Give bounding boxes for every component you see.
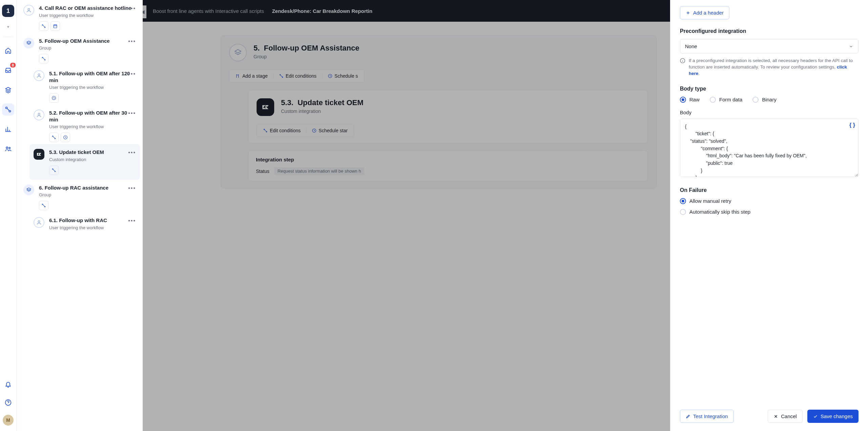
- canvas-scrim: [143, 0, 670, 431]
- preconfigured-integration-label: Preconfigured integration: [680, 28, 859, 34]
- panel-footer: Test Integration Cancel Save changes: [680, 400, 859, 423]
- avatar[interactable]: M: [3, 415, 14, 426]
- clock-chip[interactable]: [49, 93, 59, 103]
- step-subtitle: Group: [39, 192, 136, 197]
- workflow-sidebar: 4. Call RAC or OEM assistance hotline Us…: [17, 0, 143, 431]
- body-type-binary[interactable]: Binary: [752, 97, 776, 103]
- add-header-button[interactable]: Add a header: [680, 6, 729, 19]
- step-more-icon[interactable]: •••: [128, 71, 136, 77]
- branch-chip[interactable]: [39, 201, 48, 210]
- nav-layers[interactable]: [2, 84, 14, 96]
- body-label: Body: [680, 110, 859, 115]
- save-changes-button[interactable]: Save changes: [807, 410, 859, 423]
- step-subtitle: Group: [39, 45, 136, 51]
- branch-chip[interactable]: [39, 21, 48, 31]
- user-step-icon: [34, 217, 44, 228]
- step-more-icon[interactable]: •••: [128, 150, 136, 156]
- svg-point-2: [6, 147, 8, 149]
- body-type-group: Raw Form data Binary: [680, 97, 859, 103]
- body-type-raw[interactable]: Raw: [680, 97, 700, 103]
- step-subtitle: User triggering the workflow: [49, 225, 136, 230]
- branch-chip[interactable]: [49, 133, 59, 142]
- step-item-5-2[interactable]: 5.2. Follow-up with OEM after 30 min Use…: [34, 105, 136, 144]
- preconfigured-info: If a preconfigured integration is select…: [680, 58, 859, 77]
- rail-separator: [3, 37, 13, 37]
- nav-help[interactable]: [2, 396, 14, 409]
- svg-point-3: [9, 147, 10, 149]
- step-item-6-1[interactable]: 6.1. Follow-up with RAC User triggering …: [34, 212, 136, 232]
- user-step-icon: [34, 110, 44, 120]
- step-title: 5.3. Update ticket OEM: [49, 149, 136, 156]
- step-subtitle: User triggering the workflow: [49, 124, 136, 129]
- cancel-button[interactable]: Cancel: [768, 410, 803, 423]
- step-more-icon[interactable]: •••: [128, 218, 136, 224]
- step-more-icon[interactable]: •••: [128, 5, 136, 12]
- branch-chip[interactable]: [49, 165, 59, 175]
- step-item-5-1[interactable]: 5.1. Follow-up with OEM after 120 min Us…: [34, 65, 136, 105]
- step-item-5[interactable]: 5. Follow-up OEM Assistance Group •••: [23, 33, 136, 66]
- step-subtitle: User triggering the workflow: [39, 13, 136, 18]
- svg-rect-8: [54, 24, 57, 27]
- body-textarea[interactable]: [680, 119, 859, 177]
- svg-point-5: [28, 8, 29, 10]
- layers-icon: [5, 86, 12, 93]
- nav-notifications[interactable]: [2, 378, 14, 390]
- bell-icon: [5, 381, 12, 388]
- inbox-badge: 8: [10, 63, 16, 67]
- nav-workflows[interactable]: [2, 103, 14, 116]
- workspace-logo[interactable]: 1: [2, 5, 14, 17]
- step-title: 5.1. Follow-up with OEM after 120 min: [49, 70, 136, 83]
- nav-team[interactable]: [2, 143, 14, 155]
- pencil-icon: [686, 414, 690, 419]
- step-subtitle: User triggering the workflow: [49, 85, 136, 90]
- analytics-icon: [5, 126, 12, 133]
- body-type-form[interactable]: Form data: [710, 97, 742, 103]
- test-integration-button[interactable]: Test Integration: [680, 410, 734, 423]
- svg-point-11: [38, 74, 40, 76]
- calendar-chip[interactable]: [51, 21, 60, 31]
- step-title: 5.2. Follow-up with OEM after 30 min: [49, 110, 136, 123]
- step-subtitle: Custom integration: [49, 157, 136, 162]
- insert-placeholder-button[interactable]: { }: [849, 122, 855, 128]
- user-step-icon: [34, 70, 44, 81]
- step-more-icon[interactable]: •••: [128, 185, 136, 191]
- step-item-6[interactable]: 6. Follow-up RAC assistance Group •••: [23, 180, 136, 213]
- body-type-label: Body type: [680, 86, 859, 92]
- app-rail: 1 ▾ 8 M: [0, 0, 17, 431]
- svg-point-21: [38, 221, 40, 222]
- step-item-5-3[interactable]: 5.3. Update ticket OEM Custom integratio…: [29, 144, 140, 180]
- select-value: None: [685, 43, 697, 49]
- nav-home[interactable]: [2, 44, 14, 57]
- workflow-canvas: ◀ Boost front line agents with Interacti…: [143, 0, 670, 431]
- step-item-4[interactable]: 4. Call RAC or OEM assistance hotline Us…: [23, 0, 136, 33]
- svg-point-13: [38, 113, 40, 115]
- preconfigured-integration-select[interactable]: None: [680, 39, 859, 54]
- inbox-icon: [5, 67, 12, 74]
- nav-inbox[interactable]: 8: [2, 64, 14, 76]
- help-icon: [5, 399, 12, 406]
- home-icon: [5, 47, 12, 54]
- step-more-icon[interactable]: •••: [128, 110, 136, 116]
- on-failure-skip[interactable]: Automatically skip this step: [680, 209, 859, 215]
- on-failure-group: Allow manual retry Automatically skip th…: [680, 198, 859, 215]
- workspace-caret-icon[interactable]: ▾: [7, 24, 9, 29]
- info-icon: [680, 58, 685, 63]
- on-failure-label: On Failure: [680, 187, 859, 193]
- user-step-icon: [23, 5, 34, 16]
- group-step-icon: [23, 184, 34, 195]
- branch-chip[interactable]: [39, 54, 48, 63]
- on-failure-retry[interactable]: Allow manual retry: [680, 198, 859, 204]
- team-icon: [5, 145, 12, 152]
- zendesk-step-icon: [34, 149, 44, 160]
- chevron-down-icon: [849, 44, 853, 49]
- group-step-icon: [23, 38, 34, 48]
- close-icon: [773, 414, 778, 419]
- nav-analytics[interactable]: [2, 123, 14, 135]
- integration-config-panel: Add a header Preconfigured integration N…: [670, 0, 868, 431]
- step-title: 6. Follow-up RAC assistance: [39, 184, 136, 191]
- clock-chip[interactable]: [61, 133, 70, 142]
- step-title: 6.1. Follow-up with RAC: [49, 217, 136, 224]
- plus-icon: [686, 11, 690, 15]
- step-more-icon[interactable]: •••: [128, 38, 136, 44]
- step-title: 5. Follow-up OEM Assistance: [39, 38, 136, 44]
